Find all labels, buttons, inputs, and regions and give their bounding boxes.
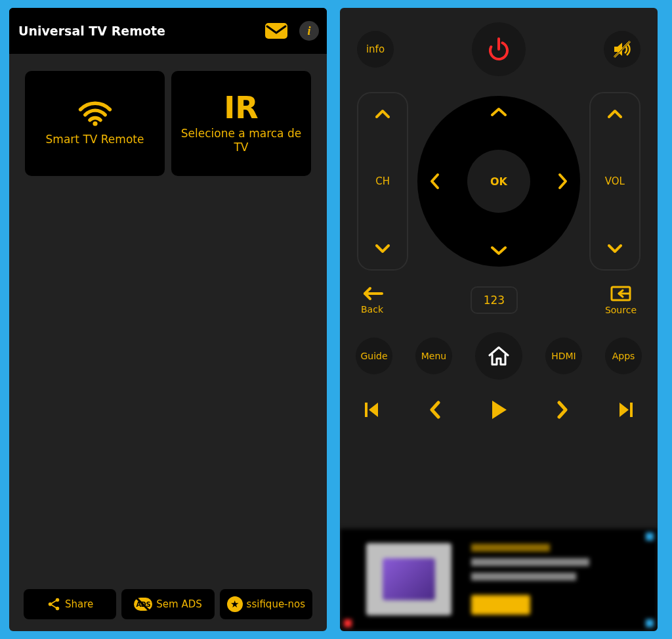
channel-up-button[interactable]	[375, 106, 390, 121]
chevron-left-icon	[429, 401, 440, 419]
volume-up-button[interactable]	[608, 106, 622, 121]
ad-marker-icon	[646, 619, 654, 627]
back-button[interactable]: Back	[361, 286, 383, 315]
star-icon: ★	[227, 596, 243, 612]
mute-button[interactable]	[604, 31, 640, 68]
skip-next-icon	[618, 401, 634, 418]
share-button[interactable]: Share	[24, 589, 116, 619]
ir-card[interactable]: IR Selecione a marca de TV	[171, 71, 311, 176]
svg-rect-13	[630, 403, 633, 417]
ad-marker-icon	[646, 533, 654, 540]
hdmi-button[interactable]: HDMI	[545, 338, 582, 374]
remote-header: info	[340, 8, 658, 80]
channel-rocker: CH	[357, 92, 408, 271]
rate-us-button[interactable]: ★ ssifique-nos	[220, 589, 312, 619]
svg-rect-0	[265, 23, 287, 39]
rate-label: ssifique-nos	[247, 598, 305, 610]
mode-cards: Smart TV Remote IR Selecione a marca de …	[9, 54, 327, 176]
ir-label-big: IR	[224, 93, 259, 123]
menu-button[interactable]: Menu	[415, 338, 452, 374]
source-button[interactable]: Source	[605, 285, 637, 315]
dpad-up-button[interactable]	[490, 106, 507, 117]
play-icon	[490, 399, 508, 420]
forward-button[interactable]	[557, 401, 569, 422]
rewind-button[interactable]	[429, 401, 440, 422]
numpad-button[interactable]: 123	[471, 286, 518, 314]
skip-prev-icon	[364, 401, 379, 418]
no-ads-icon: ADS	[134, 598, 152, 611]
volume-down-button[interactable]	[608, 242, 622, 256]
mid-row: Back 123 Source	[340, 271, 658, 315]
svg-point-1	[93, 121, 97, 126]
dpad: OK	[417, 96, 580, 267]
topbar: Universal TV Remote i	[9, 8, 327, 54]
dpad-right-button[interactable]	[558, 173, 568, 190]
volume-label: VOL	[605, 175, 625, 187]
ok-button[interactable]: OK	[467, 150, 530, 213]
info-button[interactable]: info	[357, 31, 394, 68]
source-label: Source	[605, 305, 637, 315]
mute-icon	[612, 39, 632, 59]
wifi-icon	[78, 101, 112, 126]
smart-tv-label: Smart TV Remote	[46, 133, 144, 146]
ad-marker-icon	[344, 619, 352, 627]
no-ads-button[interactable]: ADS Sem ADS	[121, 589, 214, 619]
app-title: Universal TV Remote	[18, 24, 265, 38]
channel-down-button[interactable]	[375, 242, 390, 256]
power-button[interactable]	[472, 22, 526, 76]
dpad-left-button[interactable]	[429, 173, 440, 190]
volume-rocker: VOL	[589, 92, 640, 271]
ad-cta-button	[471, 595, 530, 615]
smart-tv-card[interactable]: Smart TV Remote	[25, 71, 165, 176]
skip-prev-button[interactable]	[364, 401, 379, 421]
ad-thumbnail	[366, 543, 452, 615]
skip-next-button[interactable]	[618, 401, 634, 421]
apps-button[interactable]: Apps	[605, 338, 642, 374]
power-icon	[486, 36, 512, 62]
play-button[interactable]	[490, 399, 508, 423]
home-icon	[487, 345, 511, 367]
bottom-actions: Share ADS Sem ADS ★ ssifique-nos	[9, 589, 327, 619]
screen-home: Universal TV Remote i Smart TV Remote IR	[9, 8, 327, 631]
nav-cluster: CH OK VOL	[340, 80, 658, 271]
back-label: Back	[361, 304, 383, 315]
ir-sub-label: Selecione a marca de TV	[178, 127, 304, 155]
info-icon[interactable]: i	[299, 21, 319, 41]
chevron-right-icon	[557, 401, 569, 419]
guide-button[interactable]: Guide	[356, 338, 392, 374]
channel-label: CH	[375, 175, 390, 187]
share-icon	[47, 597, 61, 611]
dpad-down-button[interactable]	[490, 246, 507, 256]
mail-icon[interactable]	[265, 22, 287, 39]
shortcut-row: Guide Menu HDMI Apps	[340, 315, 658, 380]
svg-rect-12	[365, 403, 368, 417]
screen-remote: info CH	[340, 8, 658, 631]
ad-banner[interactable]	[340, 529, 658, 631]
source-icon	[610, 285, 632, 302]
no-ads-label: Sem ADS	[156, 598, 201, 610]
transport-row	[340, 380, 658, 423]
share-label: Share	[65, 598, 93, 610]
back-arrow-icon	[361, 286, 383, 301]
home-button[interactable]	[475, 332, 522, 380]
